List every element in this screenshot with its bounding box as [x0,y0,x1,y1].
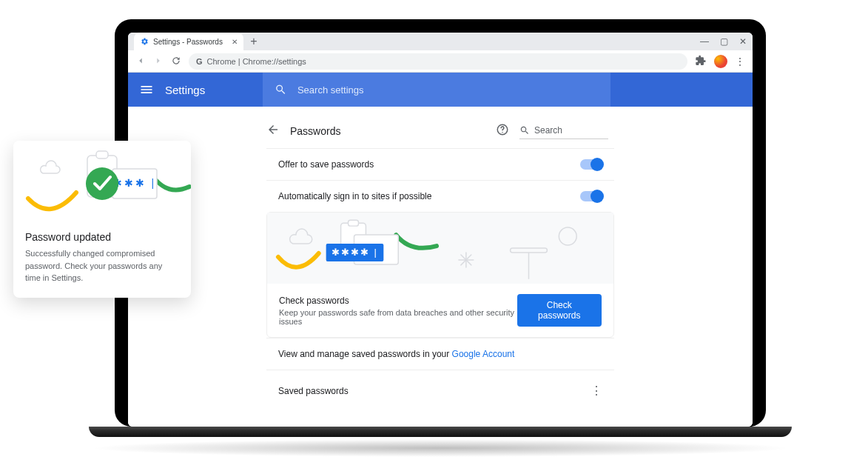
svg-rect-10 [511,248,548,253]
saved-passwords-menu-icon[interactable]: ⋮ [591,384,602,398]
settings-search-input[interactable] [297,84,599,96]
toast-title: Password updated [25,231,179,243]
window-close-icon[interactable]: ✕ [738,36,748,47]
saved-passwords-row: Saved passwords ⋮ [266,370,614,411]
search-icon [275,83,287,96]
browser-menu-icon[interactable]: ⋮ [735,56,745,67]
svg-rect-14 [96,151,108,158]
svg-point-12 [559,227,576,245]
settings-search[interactable] [263,73,610,107]
browser-toolbar: G Chrome | Chrome://settings ⋮ [128,50,753,73]
auto-signin-label: Automatically sign in to sites if possib… [278,191,431,201]
password-search[interactable]: Search [519,124,608,139]
browser-tab[interactable]: Settings - Passwords ✕ [134,33,243,50]
google-account-link[interactable]: Google Account [452,349,515,359]
page-header: Passwords Search [266,118,614,148]
nav-forward-icon[interactable] [153,56,164,67]
toast-body-text: Successfully changed compromised passwor… [25,247,179,284]
search-icon [519,125,530,136]
svg-point-17 [86,167,118,200]
page-title: Passwords [290,125,340,137]
nav-reload-icon[interactable] [171,56,181,67]
toast-illustration: ✱✱✱ | [13,141,191,221]
offer-save-row: Offer to save passwords [266,148,614,180]
password-search-placeholder: Search [534,125,562,136]
back-arrow-icon[interactable] [266,123,280,139]
address-bar[interactable]: G Chrome | Chrome://settings [189,53,687,70]
content-area: Passwords Search Offer to save passwords [128,107,753,427]
laptop-shadow [89,439,792,457]
tab-title: Settings - Passwords [153,38,223,46]
offer-save-toggle[interactable] [580,159,602,170]
svg-text:✱✱✱ |: ✱✱✱ | [113,177,157,189]
new-tab-button[interactable]: + [246,34,261,49]
svg-text:✱✱✱✱ |: ✱✱✱✱ | [332,247,378,258]
check-passwords-subtitle: Keep your passwords safe from data breac… [279,308,517,326]
auto-signin-toggle[interactable] [580,191,602,201]
offer-save-label: Offer to save passwords [278,159,374,170]
manage-passwords-text: View and manage saved passwords in your [278,349,452,359]
check-passwords-button[interactable]: Check passwords [517,294,602,327]
extensions-icon[interactable] [695,55,707,68]
address-text: Chrome | Chrome://settings [207,57,306,66]
check-illustration: ✱✱✱✱ | [267,213,613,284]
settings-header: Settings [128,73,753,107]
laptop-frame: Settings - Passwords ✕ + — ▢ ✕ [115,19,766,427]
window-tabstrip: Settings - Passwords ✕ + — ▢ ✕ [128,33,753,50]
profile-avatar[interactable] [714,55,727,68]
check-passwords-title: Check passwords [279,296,517,306]
nav-back-icon[interactable] [135,56,146,67]
settings-favicon-icon [140,37,149,46]
auto-signin-row: Automatically sign in to sites if possib… [266,180,614,212]
saved-passwords-label: Saved passwords [278,386,349,396]
check-passwords-card: ✱✱✱✱ | [266,212,614,338]
window-minimize-icon[interactable]: — [699,36,710,47]
help-icon[interactable] [496,123,509,139]
svg-rect-2 [349,220,359,226]
password-updated-toast: ✕ ✱✱✱ | Password updated Successfully ch… [13,141,191,298]
tab-close-icon[interactable]: ✕ [230,37,239,46]
window-maximize-icon[interactable]: ▢ [719,36,729,47]
manage-passwords-row: View and manage saved passwords in your … [266,338,614,370]
laptop-base [89,427,792,437]
screen: Settings - Passwords ✕ + — ▢ ✕ [128,33,753,427]
settings-title: Settings [165,84,205,96]
menu-icon[interactable] [128,82,165,97]
site-identity-icon: G [196,57,203,66]
